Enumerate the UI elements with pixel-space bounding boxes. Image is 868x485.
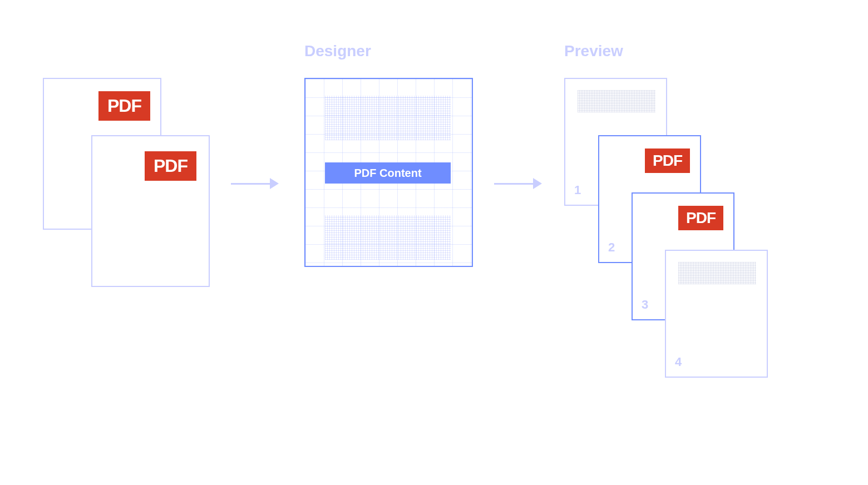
preview-page-4: 4 [665,250,768,378]
arrow-right-icon [231,178,281,189]
designer-label: Designer [304,42,371,60]
designer-region-bottom [325,215,451,260]
page-number: 1 [574,183,581,197]
pdf-content-element: PDF Content [325,162,451,184]
pdf-badge-icon: PDF [678,206,723,230]
diagram-container: PDF PDF Designer PDF Content Preview 1 P… [0,0,868,485]
pdf-badge-icon: PDF [645,149,690,173]
designer-panel: PDF Content [304,78,473,267]
page-number: 4 [675,355,682,369]
pdf-badge-icon: PDF [98,91,150,121]
preview-shaded-region [678,262,756,284]
designer-region-top [325,96,451,140]
preview-shaded-region [578,90,655,112]
arrow-right-icon [494,178,544,189]
pdf-badge-icon: PDF [145,151,196,181]
preview-label: Preview [564,42,623,60]
page-number: 2 [608,240,615,255]
source-pdf-page-front: PDF [91,135,210,287]
page-number: 3 [642,298,648,312]
